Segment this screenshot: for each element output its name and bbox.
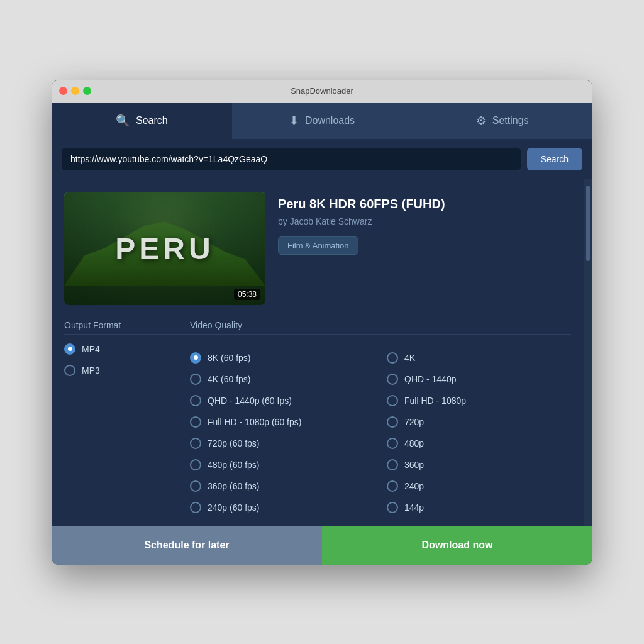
quality-8k60-label: 8K (60 fps) [208,353,250,363]
scrollbar-thumb[interactable] [586,186,590,261]
radio-qhd[interactable] [387,374,398,385]
quality-qhd60-label: QHD - 1440p (60 fps) [208,396,292,406]
quality-label: Video Quality [190,320,571,335]
quality-360p-label: 360p [404,460,424,470]
video-author: by Jacob Katie Schwarz [278,216,571,226]
quality-option-360p60[interactable]: 360p (60 fps) [190,480,374,492]
app-title: SnapDownloader [291,86,353,96]
radio-mp3[interactable] [64,365,75,376]
download-now-button[interactable]: Download now [322,526,592,565]
quality-section: Video Quality 8K (60 fps) [190,320,571,513]
quality-option-480p[interactable]: 480p [387,438,571,449]
quality-option-qhd[interactable]: QHD - 1440p [387,374,571,385]
radio-240p60[interactable] [190,502,201,513]
quality-4k-label: 4K [404,353,415,363]
close-button[interactable] [59,87,67,95]
tabbar: 🔍 Search ⬇ Downloads ⚙ Settings [52,103,592,139]
quality-240p-label: 240p [404,481,424,491]
gear-icon: ⚙ [476,114,486,128]
quality-option-480p60[interactable]: 480p (60 fps) [190,459,374,470]
quality-col2: 4K QHD - 1440p Full HD - 1080p [387,343,571,513]
maximize-button[interactable] [83,87,91,95]
tab-settings-label: Settings [492,115,529,126]
radio-360p[interactable] [387,459,398,470]
download-icon: ⬇ [289,114,299,128]
tab-downloads[interactable]: ⬇ Downloads [232,103,413,139]
quality-option-240p[interactable]: 240p [387,480,571,492]
quality-grid: 8K (60 fps) 4K (60 fps) QHD - 1440p (60 … [190,343,571,513]
video-title: Peru 8K HDR 60FPS (FUHD) [278,197,571,211]
radio-720p60[interactable] [190,438,201,449]
radio-fhd60[interactable] [190,416,201,428]
quality-fhd60-label: Full HD - 1080p (60 fps) [208,417,301,427]
quality-fhd-label: Full HD - 1080p [404,396,466,406]
quality-group-col1: 8K (60 fps) 4K (60 fps) QHD - 1440p (60 … [190,352,374,513]
quality-option-144p[interactable]: 144p [387,502,571,513]
radio-720p[interactable] [387,416,398,428]
format-section: Output Format MP4 MP3 [64,320,190,513]
radio-480p60[interactable] [190,459,201,470]
quality-option-4k[interactable]: 4K [387,352,571,364]
quality-option-720p60[interactable]: 720p (60 fps) [190,438,374,449]
video-thumbnail: PERU 05:38 [64,192,265,305]
main-content: PERU 05:38 Peru 8K HDR 60FPS (FUHD) by J… [52,179,584,526]
quality-option-8k60[interactable]: 8K (60 fps) [190,352,374,364]
quality-720p-label: 720p [404,417,424,427]
radio-240p[interactable] [387,480,398,492]
schedule-button[interactable]: Schedule for later [52,526,322,565]
radio-360p60[interactable] [190,480,201,492]
quality-option-4k60[interactable]: 4K (60 fps) [190,374,374,385]
bottom-bar: Schedule for later Download now [52,526,592,565]
content-area: PERU 05:38 Peru 8K HDR 60FPS (FUHD) by J… [52,179,584,526]
tab-search-label: Search [136,115,168,126]
quality-option-fhd60[interactable]: Full HD - 1080p (60 fps) [190,416,374,428]
radio-mp4[interactable] [64,343,75,355]
format-radio-group: MP4 MP3 [64,343,190,376]
quality-360p60-label: 360p (60 fps) [208,481,260,491]
quality-option-qhd60[interactable]: QHD - 1440p (60 fps) [190,395,374,406]
tab-settings[interactable]: ⚙ Settings [412,103,592,139]
radio-4k[interactable] [387,352,398,364]
radio-480p[interactable] [387,438,398,449]
format-option-mp4[interactable]: MP4 [64,343,190,355]
quality-480p-label: 480p [404,438,424,448]
quality-144p-label: 144p [404,502,424,513]
quality-4k60-label: 4K (60 fps) [208,374,250,384]
search-button[interactable]: Search [527,148,582,170]
quality-option-720p[interactable]: 720p [387,416,571,428]
radio-8k60[interactable] [190,352,201,364]
radio-144p[interactable] [387,502,398,513]
thumbnail-bg: PERU [64,192,265,305]
url-input[interactable] [62,148,521,170]
video-metadata: Peru 8K HDR 60FPS (FUHD) by Jacob Katie … [278,192,571,305]
video-section: PERU 05:38 Peru 8K HDR 60FPS (FUHD) by J… [64,192,571,305]
quality-group-col2: 4K QHD - 1440p Full HD - 1080p [387,352,571,513]
quality-720p60-label: 720p (60 fps) [208,438,260,448]
radio-4k60[interactable] [190,374,201,385]
scrollbar[interactable] [584,179,592,526]
quality-240p60-label: 240p (60 fps) [208,502,260,513]
format-option-mp3[interactable]: MP3 [64,365,190,376]
quality-option-fhd[interactable]: Full HD - 1080p [387,395,571,406]
format-mp3-label: MP3 [82,365,100,375]
search-icon: 🔍 [116,114,130,128]
video-category-badge: Film & Animation [278,236,358,255]
app-window: SnapDownloader 🔍 Search ⬇ Downloads ⚙ Se… [52,80,592,565]
quality-option-360p[interactable]: 360p [387,459,571,470]
peru-text-overlay: PERU [115,231,214,265]
quality-col1: 8K (60 fps) 4K (60 fps) QHD - 1440p (60 … [190,343,374,513]
tab-downloads-label: Downloads [305,115,355,126]
quality-480p60-label: 480p (60 fps) [208,460,260,470]
radio-fhd[interactable] [387,395,398,406]
radio-qhd60[interactable] [190,395,201,406]
quality-qhd-label: QHD - 1440p [404,374,456,384]
tab-search[interactable]: 🔍 Search [52,103,232,139]
format-mp4-label: MP4 [82,344,100,354]
main-area: PERU 05:38 Peru 8K HDR 60FPS (FUHD) by J… [52,179,592,526]
url-search-bar: Search [52,139,592,179]
options-section: Output Format MP4 MP3 [64,320,571,526]
titlebar: SnapDownloader [52,80,592,103]
format-label: Output Format [64,320,190,335]
minimize-button[interactable] [71,87,79,95]
quality-option-240p60[interactable]: 240p (60 fps) [190,502,374,513]
